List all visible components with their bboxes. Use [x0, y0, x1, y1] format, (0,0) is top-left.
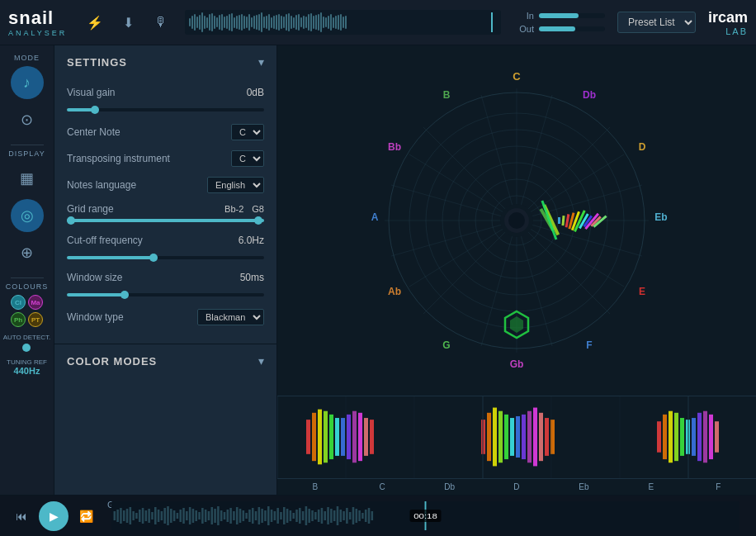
- mode-label: MODE: [14, 54, 40, 62]
- svg-rect-30: [558, 217, 560, 224]
- loop-button[interactable]: 🔁: [73, 503, 99, 529]
- tuning-value[interactable]: 440Hz: [14, 366, 40, 376]
- preset-select[interactable]: Preset List: [617, 12, 696, 33]
- svg-rect-104: [142, 508, 144, 524]
- display-piano-button[interactable]: ▦: [11, 162, 44, 195]
- waveform-preview[interactable]: [185, 10, 501, 35]
- svg-rect-143: [264, 510, 267, 521]
- svg-text:00:18: 00:18: [413, 512, 437, 520]
- timeline-label-e: E: [617, 482, 684, 491]
- svg-text:Gb: Gb: [510, 358, 524, 370]
- svg-rect-160: [318, 510, 320, 522]
- svg-rect-56: [341, 418, 345, 456]
- svg-rect-58: [352, 411, 357, 463]
- auto-detect-toggle[interactable]: [22, 344, 31, 352]
- cutoff-slider-row: [67, 256, 264, 259]
- svg-text:A: A: [371, 211, 379, 223]
- grid-range-row: Grid range Bb-2 G8: [67, 203, 264, 215]
- svg-rect-54: [329, 415, 333, 459]
- ircam-text: ircam: [708, 9, 748, 26]
- svg-point-33: [508, 212, 525, 229]
- svg-rect-121: [195, 510, 197, 521]
- window-type-select[interactable]: Blackman: [197, 309, 264, 325]
- notes-language-label: Notes language: [67, 179, 136, 191]
- app-name: snail: [8, 7, 67, 29]
- transposing-select[interactable]: C: [231, 150, 264, 167]
- svg-rect-166: [337, 506, 339, 525]
- svg-text:G: G: [442, 339, 450, 351]
- ircam-logo: ircam LAB: [708, 9, 748, 36]
- spiral-area[interactable]: C B Bb A Ab G Gb F E Eb D Db: [277, 45, 756, 396]
- svg-rect-19: [541, 200, 557, 240]
- svg-rect-99: [126, 509, 129, 523]
- notes-language-select[interactable]: English: [207, 177, 264, 193]
- center-note-select[interactable]: C: [231, 124, 264, 140]
- svg-rect-86: [715, 421, 719, 453]
- svg-text:Eb: Eb: [654, 211, 667, 223]
- svg-rect-98: [123, 510, 125, 521]
- transport-bar: ⏮ ▶ 🔁 Guitar18.mp3 // Generated inline: [0, 495, 756, 536]
- main-content: MODE ♪ ⊙ DISPLAY ▦ ◎ ⊕ COLOURS Cl Ma Ph …: [0, 45, 756, 495]
- svg-rect-128: [217, 506, 220, 525]
- svg-rect-138: [248, 510, 251, 522]
- colour-ma[interactable]: Ma: [28, 295, 43, 310]
- timeline-svg: [277, 396, 756, 478]
- rewind-button[interactable]: ⏮: [8, 503, 35, 529]
- grid-range-track[interactable]: [67, 219, 264, 222]
- logo-area: snail ANALYSER: [8, 7, 67, 37]
- svg-text:Bb: Bb: [388, 141, 401, 153]
- svg-rect-130: [224, 512, 226, 519]
- timeline-content[interactable]: [277, 396, 756, 478]
- svg-rect-111: [163, 508, 166, 524]
- svg-rect-79: [674, 413, 678, 461]
- svg-rect-78: [669, 411, 673, 463]
- settings-title: SETTINGS: [67, 56, 127, 69]
- color-modes-header[interactable]: COLOR MODES ▾: [54, 344, 276, 377]
- display-spiral-button[interactable]: ◎: [11, 199, 44, 232]
- svg-rect-135: [239, 509, 242, 523]
- eq-icon[interactable]: ⚡: [83, 11, 106, 34]
- play-button[interactable]: ▶: [39, 501, 69, 531]
- svg-rect-162: [324, 511, 326, 520]
- mode-tuner-button[interactable]: ⊙: [11, 103, 44, 136]
- svg-rect-72: [533, 408, 537, 467]
- svg-rect-129: [220, 510, 223, 521]
- mic-icon[interactable]: 🎙: [149, 11, 172, 34]
- svg-rect-134: [236, 507, 239, 524]
- colour-pt[interactable]: PT: [28, 312, 43, 327]
- settings-header[interactable]: SETTINGS ▾: [54, 45, 276, 78]
- svg-rect-137: [245, 513, 248, 519]
- preset-area[interactable]: Preset List: [617, 12, 696, 33]
- svg-rect-132: [229, 508, 232, 524]
- transport-waveform[interactable]: // Generated inline: [111, 501, 739, 530]
- divider-2: [11, 277, 44, 278]
- viz-area: C B Bb A Ab G Gb F E Eb D Db: [277, 45, 756, 495]
- download-icon[interactable]: ⬇: [116, 11, 139, 34]
- center-note-label: Center Note: [67, 126, 120, 138]
- display-wave-button[interactable]: ⊕: [11, 236, 44, 269]
- svg-rect-147: [276, 508, 279, 524]
- color-modes-title: COLOR MODES: [67, 355, 157, 368]
- window-size-track[interactable]: [67, 293, 264, 296]
- svg-rect-106: [148, 509, 150, 523]
- svg-rect-64: [487, 413, 491, 461]
- mode-music-button[interactable]: ♪: [11, 66, 44, 99]
- svg-rect-95: [114, 511, 116, 520]
- out-slider[interactable]: [539, 26, 605, 31]
- cutoff-track[interactable]: [67, 256, 264, 259]
- visual-gain-track[interactable]: [67, 108, 264, 111]
- timeline-label-f: F: [685, 482, 752, 491]
- timeline-label-db: Db: [416, 482, 483, 491]
- svg-rect-164: [330, 509, 333, 523]
- window-size-row: Window size 50ms: [67, 272, 264, 283]
- svg-rect-170: [349, 512, 352, 519]
- timeline-label-c: C: [348, 482, 415, 491]
- colour-ph[interactable]: Ph: [11, 312, 26, 327]
- colour-cl[interactable]: Cl: [11, 295, 26, 310]
- svg-rect-159: [314, 512, 317, 519]
- svg-rect-67: [504, 415, 508, 459]
- settings-body: Visual gain 0dB Center Note C Transposin…: [54, 78, 276, 344]
- svg-rect-71: [527, 411, 532, 463]
- in-slider[interactable]: [539, 13, 605, 18]
- notes-language-row: Notes language English: [67, 177, 264, 193]
